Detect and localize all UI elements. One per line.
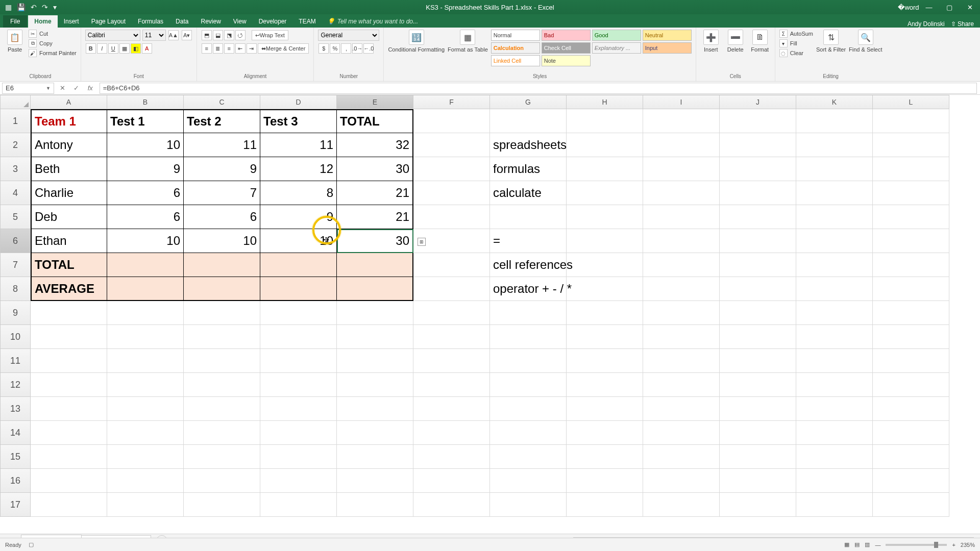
cell-A12[interactable]	[31, 373, 107, 397]
cell-G9[interactable]	[490, 301, 567, 325]
style-linked-cell[interactable]: Linked Cell	[491, 55, 540, 66]
font-size-select[interactable]: 11	[142, 30, 166, 41]
cell-C9[interactable]	[184, 301, 260, 325]
formula-input[interactable]: =B6+C6+D6	[100, 83, 977, 94]
decrease-indent-icon[interactable]: ⇤	[235, 43, 246, 54]
row-header-7[interactable]: 7	[0, 253, 31, 277]
align-left-icon[interactable]: ≡	[202, 43, 212, 54]
cell-G15[interactable]	[490, 445, 567, 469]
cell-I9[interactable]	[643, 301, 720, 325]
cell-K2[interactable]	[796, 133, 873, 157]
cell-K15[interactable]	[796, 445, 873, 469]
cell-C3[interactable]: 9	[184, 157, 260, 181]
cell-H14[interactable]	[567, 421, 643, 445]
tab-data[interactable]: Data	[169, 15, 194, 28]
row-header-16[interactable]: 16	[0, 469, 31, 493]
cell-L5[interactable]	[873, 205, 949, 229]
cell-A8[interactable]: AVERAGE	[31, 277, 107, 301]
comma-format-icon[interactable]: ,	[341, 43, 351, 54]
autosum-button[interactable]: ΣAutoSum	[779, 30, 813, 38]
cell-F10[interactable]	[413, 325, 490, 349]
cell-K6[interactable]	[796, 229, 873, 253]
cell-B15[interactable]	[107, 445, 184, 469]
style-bad[interactable]: Bad	[542, 30, 591, 41]
undo-icon[interactable]: ↶	[31, 3, 37, 11]
tab-review[interactable]: Review	[194, 15, 227, 28]
cell-G7[interactable]: cell references	[490, 253, 567, 277]
cell-E8[interactable]	[337, 277, 413, 301]
cell-H3[interactable]	[567, 157, 643, 181]
paste-button[interactable]: 📋Paste	[4, 30, 26, 53]
cell-G5[interactable]	[490, 205, 567, 229]
cell-C8[interactable]	[184, 277, 260, 301]
cell-K10[interactable]	[796, 325, 873, 349]
cell-D16[interactable]	[260, 469, 337, 493]
cell-H16[interactable]	[567, 469, 643, 493]
cell-F3[interactable]	[413, 157, 490, 181]
cell-B8[interactable]	[107, 277, 184, 301]
cell-I12[interactable]	[643, 373, 720, 397]
cell-I6[interactable]	[643, 229, 720, 253]
cell-H11[interactable]	[567, 349, 643, 373]
cell-D8[interactable]	[260, 277, 337, 301]
cell-L10[interactable]	[873, 325, 949, 349]
cell-E1[interactable]: TOTAL	[337, 109, 413, 133]
cell-B16[interactable]	[107, 469, 184, 493]
cell-G14[interactable]	[490, 421, 567, 445]
cell-C12[interactable]	[184, 373, 260, 397]
cell-B6[interactable]: 10	[107, 229, 184, 253]
col-header-B[interactable]: B	[107, 95, 184, 109]
cell-C5[interactable]: 6	[184, 205, 260, 229]
format-cells-button[interactable]: 🗎Format	[749, 30, 771, 53]
fill-button[interactable]: ▾Fill	[779, 39, 813, 47]
cell-D14[interactable]	[260, 421, 337, 445]
cell-L12[interactable]	[873, 373, 949, 397]
name-box[interactable]: E6▼	[2, 83, 54, 94]
cell-F13[interactable]	[413, 397, 490, 421]
cell-styles-gallery[interactable]: Normal Bad Good Neutral Calculation Chec…	[491, 30, 692, 66]
cell-B11[interactable]	[107, 349, 184, 373]
cell-K5[interactable]	[796, 205, 873, 229]
find-select-button[interactable]: 🔍Find & Select	[849, 30, 882, 53]
cut-button[interactable]: ✂Cut	[29, 30, 77, 38]
percent-format-icon[interactable]: %	[330, 43, 340, 54]
row-header-10[interactable]: 10	[0, 325, 31, 349]
tab-team[interactable]: TEAM	[292, 15, 322, 28]
style-check-cell[interactable]: Check Cell	[542, 42, 591, 54]
cell-J10[interactable]	[720, 325, 796, 349]
cell-L14[interactable]	[873, 421, 949, 445]
cell-A9[interactable]	[31, 301, 107, 325]
cell-L9[interactable]	[873, 301, 949, 325]
col-header-F[interactable]: F	[413, 95, 490, 109]
col-header-D[interactable]: D	[260, 95, 337, 109]
align-middle-icon[interactable]: ⬓	[213, 30, 223, 40]
cell-A16[interactable]	[31, 469, 107, 493]
cell-K3[interactable]	[796, 157, 873, 181]
cell-G1[interactable]	[490, 109, 567, 133]
cell-D1[interactable]: Test 3	[260, 109, 337, 133]
cell-J11[interactable]	[720, 349, 796, 373]
cell-F7[interactable]	[413, 253, 490, 277]
align-top-icon[interactable]: ⬒	[202, 30, 212, 40]
cell-J15[interactable]	[720, 445, 796, 469]
cell-G4[interactable]: calculate	[490, 181, 567, 205]
cell-J8[interactable]	[720, 277, 796, 301]
cell-I17[interactable]	[643, 493, 720, 517]
cell-E16[interactable]	[337, 469, 413, 493]
cell-C14[interactable]	[184, 421, 260, 445]
style-neutral[interactable]: Neutral	[643, 30, 692, 41]
view-page-layout-icon[interactable]: ▤	[854, 541, 860, 548]
cell-L4[interactable]	[873, 181, 949, 205]
cell-I13[interactable]	[643, 397, 720, 421]
border-button[interactable]: ▦	[119, 43, 130, 54]
cell-A17[interactable]	[31, 493, 107, 517]
cell-K12[interactable]	[796, 373, 873, 397]
cell-G10[interactable]	[490, 325, 567, 349]
cell-J3[interactable]	[720, 157, 796, 181]
cell-C1[interactable]: Test 2	[184, 109, 260, 133]
decrease-decimal-icon[interactable]: ←.0	[363, 43, 374, 54]
cell-H13[interactable]	[567, 397, 643, 421]
bold-button[interactable]: B	[86, 43, 96, 54]
cell-F2[interactable]	[413, 133, 490, 157]
cell-B1[interactable]: Test 1	[107, 109, 184, 133]
